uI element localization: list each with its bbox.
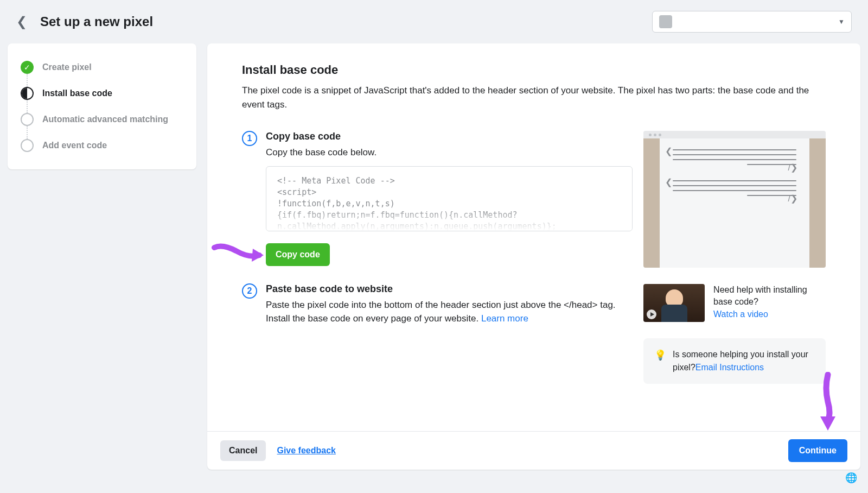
- help-text: Need help with installing base code?: [713, 285, 807, 306]
- main-description: The pixel code is a snippet of JavaScrip…: [242, 84, 826, 111]
- continue-button[interactable]: Continue: [788, 439, 847, 462]
- footer: Cancel Give feedback Continue: [207, 431, 860, 470]
- steps-sidebar: ✓ Create pixel Install base code Automat…: [8, 43, 196, 169]
- page-title: Set up a new pixel: [40, 14, 153, 29]
- substep-desc: Copy the base code below.: [266, 146, 633, 160]
- watch-video-link[interactable]: Watch a video: [713, 309, 768, 319]
- give-feedback-link[interactable]: Give feedback: [277, 446, 336, 456]
- step-install-base-code[interactable]: Install base code: [21, 87, 183, 113]
- learn-more-link[interactable]: Learn more: [481, 313, 528, 324]
- number-badge-1: 1: [242, 131, 257, 146]
- email-instructions-link[interactable]: Email Instructions: [695, 363, 764, 372]
- page-header: ❮ Set up a new pixel ▼: [0, 0, 868, 43]
- step-add-event-code[interactable]: Add event code: [21, 139, 183, 152]
- annotation-arrow-icon: [212, 241, 266, 268]
- copy-code-button[interactable]: Copy code: [266, 243, 330, 266]
- substep-desc: Paste the pixel code into the bottom of …: [266, 298, 633, 326]
- cancel-button[interactable]: Cancel: [220, 440, 266, 461]
- substep-title: Paste base code to website: [266, 283, 633, 295]
- help-video-thumbnail[interactable]: [643, 284, 705, 322]
- account-selector[interactable]: ▼: [652, 11, 852, 33]
- code-snippet[interactable]: <!-- Meta Pixel Code --> <script> !funct…: [266, 166, 633, 231]
- step-create-pixel[interactable]: ✓ Create pixel: [21, 61, 183, 87]
- main-panel: Install base code The pixel code is a sn…: [207, 43, 860, 470]
- email-instructions-box: 💡 Is someone helping you install your pi…: [643, 338, 826, 384]
- play-icon: [647, 309, 656, 319]
- lightbulb-icon: 💡: [654, 348, 666, 374]
- substep-paste-code: 2 Paste base code to website Paste the p…: [242, 283, 633, 326]
- pending-circle-icon: [21, 139, 34, 152]
- code-placement-illustration: ❮ /❯ ❮: [643, 131, 826, 268]
- number-badge-2: 2: [242, 283, 257, 299]
- chevron-down-icon: ▼: [838, 18, 845, 26]
- avatar-icon: [659, 15, 672, 28]
- step-automatic-matching[interactable]: Automatic advanced matching: [21, 113, 183, 139]
- substep-title: Copy base code: [266, 131, 633, 142]
- half-circle-icon: [21, 87, 34, 100]
- substep-copy-code: 1 Copy base code Copy the base code belo…: [242, 131, 633, 268]
- globe-icon[interactable]: 🌐: [845, 472, 857, 484]
- pending-circle-icon: [21, 113, 34, 126]
- main-title: Install base code: [242, 63, 826, 77]
- check-icon: ✓: [21, 61, 34, 74]
- back-icon[interactable]: ❮: [16, 14, 27, 29]
